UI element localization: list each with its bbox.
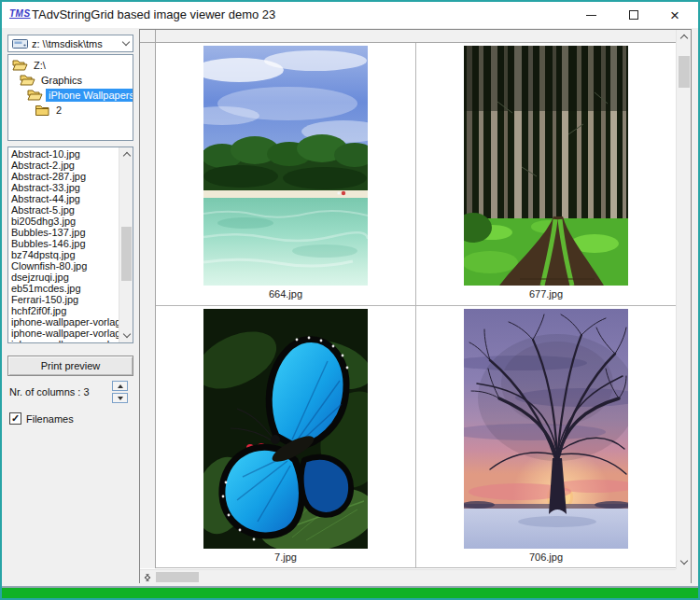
file-list-item[interactable]: Clownfish-80.jpg (8, 260, 119, 272)
filenames-checkbox-row: ✓ Filenames (9, 412, 74, 425)
folder-open-icon (20, 74, 35, 88)
file-list-item[interactable]: Ferrari-150.jpg (8, 294, 119, 305)
chevron-down-icon (122, 330, 130, 338)
close-button[interactable]: × (659, 2, 691, 28)
file-list-item[interactable]: Abstract-5.jpg (8, 204, 119, 216)
file-list-item[interactable]: Abstract-44.jpg (8, 193, 119, 204)
image-caption: 7.jpg (156, 551, 415, 563)
grid-header-row (156, 30, 677, 43)
folder-closed-icon (35, 104, 50, 118)
tms-app-icon: TMS (9, 8, 31, 19)
file-list-item[interactable]: Abstract-33.jpg (8, 182, 119, 193)
tree-item[interactable]: 2 (8, 103, 133, 118)
file-list-item[interactable]: Bubbles-137.jpg (8, 227, 119, 238)
grid-cell-706[interactable]: 706.jpg (416, 306, 677, 568)
tree-item[interactable]: Graphics (8, 73, 133, 88)
print-preview-label: Print preview (41, 360, 101, 371)
chevron-right-icon (142, 573, 149, 580)
chevron-down-icon (680, 557, 688, 565)
scroll-right-button[interactable] (140, 570, 154, 584)
scroll-down-button[interactable] (119, 328, 133, 342)
tree-item-label: iPhone Wallpapers (46, 89, 133, 102)
maximize-icon (629, 10, 638, 20)
file-list: Abstract-10.jpgAbstract-2.jpgAbstract-28… (8, 148, 119, 343)
file-list-item[interactable]: bi205dhg3.jpg (8, 216, 119, 227)
pine-forest-path-photo (464, 46, 628, 286)
folder-open-icon (27, 89, 43, 103)
image-grid: 664.jpg (139, 29, 692, 583)
check-icon: ✓ (11, 413, 20, 424)
app-window: TMS TAdvStringGrid based image viewer de… (0, 0, 700, 600)
folder-open-icon (12, 59, 28, 73)
filenames-checkbox[interactable]: ✓ (9, 412, 21, 425)
network-drive-icon (12, 38, 28, 49)
triangle-up-icon (118, 384, 123, 388)
scroll-up-button[interactable] (119, 147, 133, 161)
window-title: TAdvStringGrid based image viewer demo 2… (32, 2, 275, 28)
drive-combobox[interactable]: z: \\tmsdisk\tms (7, 35, 133, 52)
scrollbar-thumb[interactable] (121, 227, 132, 281)
tree-item-label: Graphics (38, 74, 85, 87)
drive-combobox-value: z: \\tmsdisk\tms (32, 38, 123, 49)
file-list-item[interactable]: iphone-wallpaper-vorlage (8, 339, 119, 343)
tree-item-label: Z:\ (31, 59, 49, 72)
image-caption: 664.jpg (156, 288, 415, 300)
scrollbar-thumb[interactable] (156, 572, 199, 582)
file-list-item[interactable]: Abstract-2.jpg (8, 160, 119, 171)
file-list-scrollbar[interactable] (119, 147, 133, 342)
grid-cell-664[interactable]: 664.jpg (156, 43, 416, 306)
scrollbar-thumb[interactable] (679, 56, 690, 88)
grid-cell-677[interactable]: 677.jpg (416, 43, 677, 306)
minimize-button[interactable] (575, 2, 607, 28)
progress-bar (2, 586, 698, 598)
columns-spinner (112, 381, 128, 404)
file-list-item[interactable]: iphone-wallpaper-vorlage (8, 316, 119, 328)
tropical-beach-photo (203, 46, 368, 286)
file-list-item[interactable]: iphone-wallpaper-vorlage (8, 328, 119, 339)
directory-tree[interactable]: Z:\GraphicsiPhone Wallpapers2 (7, 54, 133, 141)
filenames-checkbox-label: Filenames (26, 413, 74, 425)
image-caption: 706.jpg (416, 551, 676, 563)
tree-item[interactable]: iPhone Wallpapers (8, 88, 133, 103)
grid-vertical-scrollbar[interactable] (676, 30, 691, 569)
grid-cell-7[interactable]: 7.jpg (156, 306, 416, 568)
tree-item-label: 2 (53, 104, 64, 117)
chevron-down-icon (122, 38, 130, 46)
minimize-icon (586, 15, 596, 16)
file-list-item[interactable]: hchf2if0f.jpg (8, 305, 119, 316)
spinner-up-button[interactable] (112, 381, 128, 391)
file-list-item[interactable]: bz74dpstq.jpg (8, 249, 119, 260)
blue-morpho-butterfly-photo (203, 309, 368, 549)
file-list-item[interactable]: eb51mcdes.jpg (8, 283, 119, 294)
title-bar: TMS TAdvStringGrid based image viewer de… (2, 2, 698, 28)
close-icon: × (670, 7, 679, 23)
file-list-item[interactable]: Abstract-10.jpg (8, 148, 119, 160)
chevron-up-icon (680, 35, 688, 42)
file-listbox[interactable]: Abstract-10.jpgAbstract-2.jpgAbstract-28… (7, 147, 133, 343)
scroll-down-button[interactable] (677, 555, 692, 569)
maximize-button[interactable] (618, 2, 650, 28)
grid-corner-cell (140, 30, 156, 43)
spinner-down-button[interactable] (112, 393, 128, 403)
scroll-up-button[interactable] (677, 30, 692, 44)
grid-horizontal-scrollbar[interactable] (140, 569, 677, 583)
tree-item[interactable]: Z:\ (8, 58, 133, 73)
file-list-item[interactable]: dsejzruqi.jpg (8, 272, 119, 283)
image-caption: 677.jpg (416, 288, 676, 300)
file-list-item[interactable]: Bubbles-146.jpg (8, 238, 119, 249)
grid-fixed-column (140, 43, 156, 568)
print-preview-button[interactable]: Print preview (7, 356, 133, 376)
triangle-down-icon (118, 397, 123, 400)
scrollbar-corner (676, 569, 691, 583)
chevron-up-icon (122, 152, 130, 160)
file-list-item[interactable]: Abstract-287.jpg (8, 171, 119, 182)
winter-tree-sunset-photo (464, 309, 628, 549)
columns-label: Nr. of columns : 3 (9, 386, 90, 398)
